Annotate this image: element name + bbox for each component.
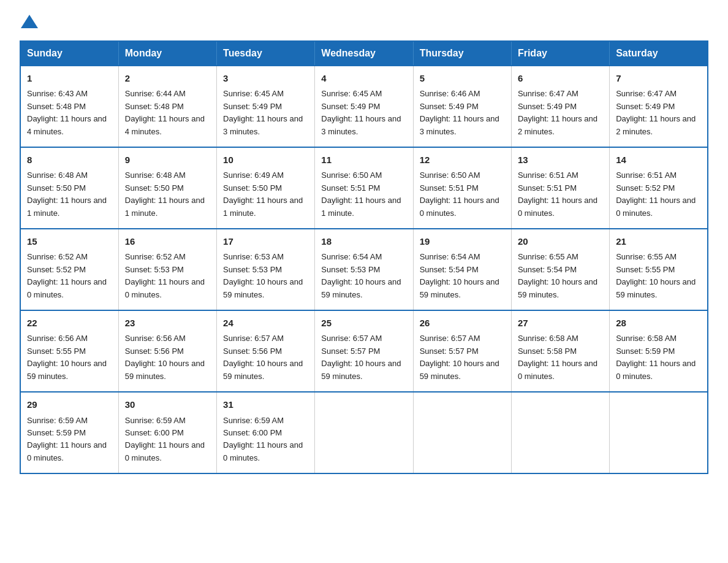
calendar-cell: 8Sunrise: 6:48 AMSunset: 5:50 PMDaylight…	[20, 147, 118, 229]
day-number: 18	[321, 234, 406, 248]
day-info: Sunrise: 6:51 AMSunset: 5:52 PMDaylight:…	[616, 170, 696, 217]
calendar-cell: 31Sunrise: 6:59 AMSunset: 6:00 PMDayligh…	[217, 392, 315, 473]
day-info: Sunrise: 6:54 AMSunset: 5:53 PMDaylight:…	[321, 252, 401, 299]
day-info: Sunrise: 6:58 AMSunset: 5:59 PMDaylight:…	[616, 334, 696, 380]
day-number: 27	[518, 316, 603, 330]
calendar-cell	[413, 392, 511, 473]
day-info: Sunrise: 6:57 AMSunset: 5:57 PMDaylight:…	[420, 334, 499, 380]
day-info: Sunrise: 6:51 AMSunset: 5:51 PMDaylight:…	[518, 170, 597, 217]
day-number: 7	[616, 71, 701, 85]
day-info: Sunrise: 6:48 AMSunset: 5:50 PMDaylight:…	[125, 170, 205, 217]
column-header-saturday: Saturday	[610, 41, 708, 66]
day-info: Sunrise: 6:46 AMSunset: 5:49 PMDaylight:…	[420, 89, 499, 136]
calendar-cell: 2Sunrise: 6:44 AMSunset: 5:48 PMDaylight…	[118, 66, 216, 147]
page-header	[20, 15, 708, 29]
day-info: Sunrise: 6:59 AMSunset: 6:00 PMDaylight:…	[223, 416, 303, 462]
day-number: 2	[125, 71, 210, 85]
column-header-monday: Monday	[118, 41, 216, 66]
day-info: Sunrise: 6:43 AMSunset: 5:48 PMDaylight:…	[27, 89, 107, 136]
day-number: 12	[420, 153, 505, 167]
calendar-cell: 30Sunrise: 6:59 AMSunset: 6:00 PMDayligh…	[118, 392, 216, 473]
day-info: Sunrise: 6:57 AMSunset: 5:56 PMDaylight:…	[223, 334, 303, 380]
day-info: Sunrise: 6:52 AMSunset: 5:52 PMDaylight:…	[27, 252, 107, 299]
day-number: 30	[125, 397, 210, 412]
calendar-week-2: 8Sunrise: 6:48 AMSunset: 5:50 PMDaylight…	[20, 147, 708, 229]
day-number: 22	[27, 316, 112, 330]
calendar-cell	[511, 392, 609, 473]
day-info: Sunrise: 6:52 AMSunset: 5:53 PMDaylight:…	[125, 252, 205, 299]
day-info: Sunrise: 6:49 AMSunset: 5:50 PMDaylight:…	[223, 170, 303, 217]
day-number: 25	[321, 316, 406, 330]
day-number: 26	[420, 316, 505, 330]
day-number: 10	[223, 153, 308, 167]
calendar-cell: 15Sunrise: 6:52 AMSunset: 5:52 PMDayligh…	[20, 229, 118, 310]
calendar-cell: 5Sunrise: 6:46 AMSunset: 5:49 PMDaylight…	[413, 66, 511, 147]
day-number: 28	[616, 316, 701, 330]
day-number: 9	[125, 153, 210, 167]
calendar-cell: 3Sunrise: 6:45 AMSunset: 5:49 PMDaylight…	[217, 66, 315, 147]
day-number: 11	[321, 153, 406, 167]
day-number: 19	[420, 234, 505, 248]
calendar-cell: 10Sunrise: 6:49 AMSunset: 5:50 PMDayligh…	[217, 147, 315, 229]
column-header-tuesday: Tuesday	[217, 41, 315, 66]
day-info: Sunrise: 6:50 AMSunset: 5:51 PMDaylight:…	[321, 170, 401, 217]
column-header-wednesday: Wednesday	[315, 41, 413, 66]
logo	[20, 15, 38, 29]
calendar-cell: 25Sunrise: 6:57 AMSunset: 5:57 PMDayligh…	[315, 310, 413, 392]
calendar-cell: 12Sunrise: 6:50 AMSunset: 5:51 PMDayligh…	[413, 147, 511, 229]
day-number: 8	[27, 153, 112, 167]
calendar-cell: 1Sunrise: 6:43 AMSunset: 5:48 PMDaylight…	[20, 66, 118, 147]
calendar-cell: 24Sunrise: 6:57 AMSunset: 5:56 PMDayligh…	[217, 310, 315, 392]
day-info: Sunrise: 6:54 AMSunset: 5:54 PMDaylight:…	[420, 252, 499, 299]
calendar-cell: 14Sunrise: 6:51 AMSunset: 5:52 PMDayligh…	[610, 147, 708, 229]
day-info: Sunrise: 6:45 AMSunset: 5:49 PMDaylight:…	[223, 89, 303, 136]
calendar-cell: 28Sunrise: 6:58 AMSunset: 5:59 PMDayligh…	[610, 310, 708, 392]
calendar-week-5: 29Sunrise: 6:59 AMSunset: 5:59 PMDayligh…	[20, 392, 708, 473]
calendar-cell: 4Sunrise: 6:45 AMSunset: 5:49 PMDaylight…	[315, 66, 413, 147]
day-info: Sunrise: 6:56 AMSunset: 5:55 PMDaylight:…	[27, 334, 107, 380]
calendar-table: SundayMondayTuesdayWednesdayThursdayFrid…	[20, 40, 708, 474]
day-number: 3	[223, 71, 308, 85]
calendar-cell	[610, 392, 708, 473]
calendar-cell: 21Sunrise: 6:55 AMSunset: 5:55 PMDayligh…	[610, 229, 708, 310]
calendar-cell: 17Sunrise: 6:53 AMSunset: 5:53 PMDayligh…	[217, 229, 315, 310]
calendar-cell: 16Sunrise: 6:52 AMSunset: 5:53 PMDayligh…	[118, 229, 216, 310]
day-number: 21	[616, 234, 701, 248]
calendar-cell: 23Sunrise: 6:56 AMSunset: 5:56 PMDayligh…	[118, 310, 216, 392]
day-info: Sunrise: 6:45 AMSunset: 5:49 PMDaylight:…	[321, 89, 401, 136]
day-info: Sunrise: 6:44 AMSunset: 5:48 PMDaylight:…	[125, 89, 205, 136]
calendar-cell: 11Sunrise: 6:50 AMSunset: 5:51 PMDayligh…	[315, 147, 413, 229]
day-number: 16	[125, 234, 210, 248]
calendar-cell: 29Sunrise: 6:59 AMSunset: 5:59 PMDayligh…	[20, 392, 118, 473]
day-number: 15	[27, 234, 112, 248]
day-number: 23	[125, 316, 210, 330]
column-header-sunday: Sunday	[20, 41, 118, 66]
day-info: Sunrise: 6:56 AMSunset: 5:56 PMDaylight:…	[125, 334, 205, 380]
calendar-cell: 20Sunrise: 6:55 AMSunset: 5:54 PMDayligh…	[511, 229, 609, 310]
calendar-week-1: 1Sunrise: 6:43 AMSunset: 5:48 PMDaylight…	[20, 66, 708, 147]
day-number: 20	[518, 234, 603, 248]
calendar-cell	[315, 392, 413, 473]
calendar-week-4: 22Sunrise: 6:56 AMSunset: 5:55 PMDayligh…	[20, 310, 708, 392]
day-info: Sunrise: 6:59 AMSunset: 5:59 PMDaylight:…	[27, 416, 107, 462]
calendar-week-3: 15Sunrise: 6:52 AMSunset: 5:52 PMDayligh…	[20, 229, 708, 310]
day-info: Sunrise: 6:47 AMSunset: 5:49 PMDaylight:…	[518, 89, 597, 136]
day-info: Sunrise: 6:50 AMSunset: 5:51 PMDaylight:…	[420, 170, 499, 217]
day-info: Sunrise: 6:57 AMSunset: 5:57 PMDaylight:…	[321, 334, 401, 380]
calendar-cell: 7Sunrise: 6:47 AMSunset: 5:49 PMDaylight…	[610, 66, 708, 147]
calendar-cell: 9Sunrise: 6:48 AMSunset: 5:50 PMDaylight…	[118, 147, 216, 229]
day-number: 31	[223, 397, 308, 412]
day-number: 14	[616, 153, 701, 167]
day-number: 13	[518, 153, 603, 167]
day-number: 5	[420, 71, 505, 85]
day-number: 17	[223, 234, 308, 248]
calendar-cell: 18Sunrise: 6:54 AMSunset: 5:53 PMDayligh…	[315, 229, 413, 310]
logo-triangle-icon	[21, 15, 38, 28]
day-info: Sunrise: 6:55 AMSunset: 5:55 PMDaylight:…	[616, 252, 696, 299]
calendar-cell: 27Sunrise: 6:58 AMSunset: 5:58 PMDayligh…	[511, 310, 609, 392]
day-number: 4	[321, 71, 406, 85]
day-number: 29	[27, 397, 112, 412]
day-info: Sunrise: 6:53 AMSunset: 5:53 PMDaylight:…	[223, 252, 303, 299]
day-info: Sunrise: 6:48 AMSunset: 5:50 PMDaylight:…	[27, 170, 107, 217]
day-info: Sunrise: 6:58 AMSunset: 5:58 PMDaylight:…	[518, 334, 597, 380]
